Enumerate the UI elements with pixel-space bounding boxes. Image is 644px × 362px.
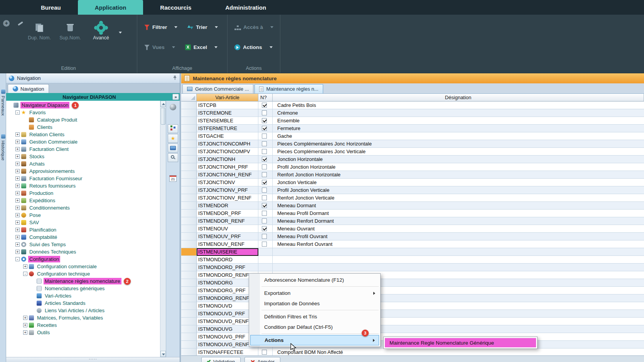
edit-pencil-icon[interactable] — [17, 20, 24, 27]
expander-plus-icon[interactable]: + — [15, 228, 20, 232]
row-selector-cell[interactable] — [181, 125, 197, 132]
expander-plus-icon[interactable]: + — [23, 264, 27, 269]
table-row-istjonctionv[interactable]: ISTJONCTIONVJonction Verticale — [181, 179, 644, 186]
row-selector-cell[interactable] — [181, 132, 197, 140]
row-selector-cell[interactable] — [181, 163, 197, 171]
tree-item-vari-articles[interactable]: Vari-Articles — [6, 292, 160, 299]
tree-item-liens-vari-articles-articles[interactable]: Liens Vari Articles / Articles — [6, 307, 160, 314]
row-selector-cell[interactable] — [181, 233, 197, 240]
row-selector-cell[interactable] — [181, 179, 197, 186]
expander-minus-icon[interactable]: - — [15, 257, 20, 261]
tree-item-configuration[interactable]: -Configuration — [6, 255, 160, 263]
table-row-istensemble[interactable]: ISTENSEMBLEEnsemble — [181, 117, 644, 125]
tree-item-facturation-client[interactable]: +Facturation Client — [6, 145, 160, 153]
tree-view-button[interactable] — [168, 124, 178, 133]
tree-item-relation-clients[interactable]: +Relation Clients — [6, 131, 160, 138]
row-selector-cell[interactable] — [181, 225, 197, 233]
row-selector-cell[interactable] — [181, 156, 197, 163]
row-selector-cell[interactable] — [181, 279, 197, 287]
scroll-down-icon[interactable] — [160, 351, 166, 357]
validation-button[interactable]: Validation — [201, 357, 241, 362]
row-checkbox[interactable] — [262, 164, 267, 169]
expander-plus-icon[interactable]: + — [15, 140, 20, 144]
calendar-button[interactable]: 21 — [169, 175, 177, 182]
row-selector-cell[interactable] — [181, 325, 197, 333]
tree-item-retours-fournisseurs[interactable]: +Retours fournisseurs — [6, 182, 160, 189]
add-icon[interactable]: + — [3, 20, 10, 27]
table-row-istmendor-prf[interactable]: ISTMENDOR_PRFMeneau Profil Dormant — [181, 210, 644, 217]
table-row-istnonaffectee[interactable]: ISTNONAFFECTEEComposant BOM Non Affecté — [181, 348, 644, 356]
menu-administration[interactable]: Administration — [208, 0, 283, 15]
table-row-istjonctioncompv[interactable]: ISTJONCTIONCOMPVPieces Complémentaires J… — [181, 148, 644, 156]
expander-plus-icon[interactable]: + — [15, 162, 20, 166]
filtrer-button[interactable]: Filtrer — [141, 22, 180, 33]
table-row-istjonctionv-renf[interactable]: ISTJONCTIONV_RENFRenfort Jonction Vertic… — [181, 194, 644, 202]
table-row-istjonctioncomph[interactable]: ISTJONCTIONCOMPHPieces Complémentaires J… — [181, 140, 644, 148]
tree-item-conditionnements[interactable]: +Conditionnements — [6, 204, 160, 211]
menu-raccourcis[interactable]: Raccourcis — [143, 0, 208, 15]
table-row-istjonctionv-prf[interactable]: ISTJONCTIONV_PRFProfil Jonction Vertical… — [181, 186, 644, 194]
row-checkbox[interactable] — [262, 350, 267, 355]
column-header-n[interactable]: N? — [258, 94, 273, 101]
tree-item-achats[interactable]: +Achats — [6, 160, 160, 167]
sup-nom-button[interactable]: Sup.Nom. — [56, 21, 84, 42]
expander-minus-icon[interactable]: - — [15, 110, 20, 115]
expander-plus-icon[interactable]: + — [23, 330, 27, 335]
tree-item-planification[interactable]: +Planification — [6, 226, 160, 233]
tree-item-donnees-techniques[interactable]: +Données Techniques — [6, 248, 160, 255]
tree-item-suivi-des-temps[interactable]: +Suivi des Temps — [6, 241, 160, 248]
context-menu-item-exportation[interactable]: Exportation — [250, 288, 379, 298]
row-selector-cell[interactable] — [181, 240, 197, 248]
table-row-istmenouv[interactable]: ISTMENOUVMeneau Ouvrant — [181, 225, 644, 233]
table-row-istmenouv-renf[interactable]: ISTMENOUV_RENFMeneau Renfort Ouvrant — [181, 240, 644, 248]
row-checkbox[interactable] — [262, 218, 267, 223]
tree-item-configuration-commerciale[interactable]: +Configuration commerciale — [6, 263, 160, 270]
scrollbar-thumb[interactable] — [161, 108, 165, 125]
table-row-istmondord-prf[interactable]: ISTMONDORD_PRF — [181, 264, 644, 271]
tab-maintenance-regles[interactable]: Maintenance règles n... — [255, 84, 323, 93]
row-checkbox[interactable] — [262, 180, 267, 185]
row-checkbox[interactable] — [262, 126, 267, 131]
expander-plus-icon[interactable]: + — [15, 169, 20, 173]
menu-application[interactable]: Application — [78, 0, 143, 15]
table-row-istfermeture[interactable]: ISTFERMETUREFermeture — [181, 125, 644, 132]
row-checkbox[interactable] — [262, 157, 267, 162]
expander-minus-icon[interactable]: - — [23, 272, 27, 276]
tree-item-outils[interactable]: +Outils — [6, 329, 160, 336]
menu-bureau[interactable]: Bureau — [24, 0, 78, 15]
expander-plus-icon[interactable]: + — [15, 220, 20, 225]
row-checkbox[interactable] — [262, 203, 267, 208]
expander-plus-icon[interactable]: + — [15, 198, 20, 203]
row-selector-cell[interactable] — [181, 341, 197, 348]
table-row-istjonctionh[interactable]: ISTJONCTIONHJonction Horizontale — [181, 156, 644, 163]
tab-navigation[interactable]: Navigation — [8, 84, 49, 93]
avance-button[interactable]: Avancé — [87, 21, 115, 42]
row-selector-cell[interactable] — [181, 109, 197, 117]
row-selector-cell[interactable] — [181, 318, 197, 325]
expander-plus-icon[interactable]: + — [15, 191, 20, 195]
row-selector-cell[interactable] — [181, 217, 197, 225]
table-row-istcremone[interactable]: ISTCREMONECrémone — [181, 109, 644, 117]
panel-splitter-handle[interactable] — [6, 357, 180, 362]
dock-tab-historique[interactable]: Historique — [0, 134, 6, 161]
tree-item-articles-standards[interactable]: Articles Standards — [6, 299, 160, 307]
avance-dropdown-caret-icon[interactable] — [119, 32, 122, 34]
context-menu-item-condition-par-defaut-ctrl-f5[interactable]: Condition par Défaut (Ctrl-F5) — [250, 322, 379, 332]
row-selector-cell[interactable] — [181, 210, 197, 217]
expander-plus-icon[interactable]: + — [15, 242, 20, 247]
row-selector-cell[interactable] — [181, 186, 197, 194]
row-selector-cell[interactable] — [181, 271, 197, 279]
row-selector-cell[interactable] — [181, 310, 197, 318]
dock-tab-panneaux[interactable]: Panneaux — [0, 90, 6, 116]
tree-item-facturation-fournisseur[interactable]: +Facturation Fournisseur — [6, 175, 160, 182]
expander-plus-icon[interactable]: + — [15, 147, 20, 151]
row-selector-cell[interactable] — [181, 264, 197, 271]
row-selector-cell[interactable] — [181, 148, 197, 156]
pin-button[interactable] — [173, 75, 177, 81]
acces-a-button[interactable]: Accès à — [231, 22, 276, 33]
row-selector-cell[interactable] — [181, 194, 197, 202]
expander-plus-icon[interactable]: + — [23, 316, 27, 320]
tree-item-expeditions[interactable]: +Expéditions — [6, 197, 160, 204]
tree-scrollbar[interactable] — [160, 101, 166, 357]
row-selector-cell[interactable] — [181, 348, 197, 356]
